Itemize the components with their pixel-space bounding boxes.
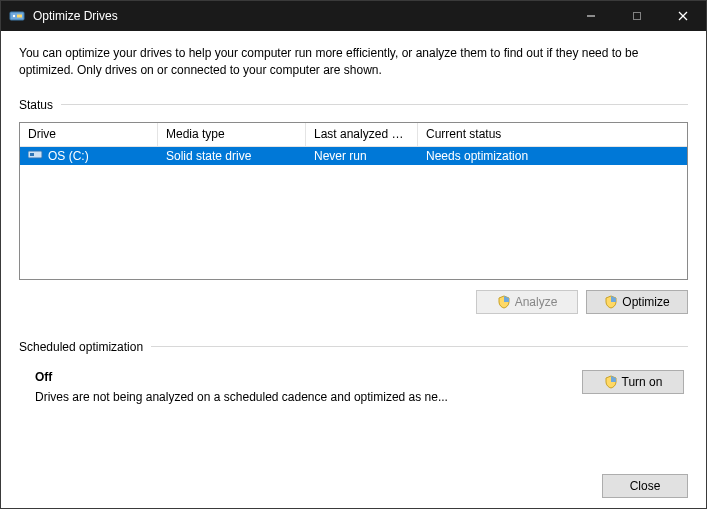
close-window-button[interactable] (660, 1, 706, 31)
footer: Close (19, 466, 688, 498)
shield-icon (497, 295, 511, 309)
window-title: Optimize Drives (33, 9, 118, 23)
content-area: You can optimize your drives to help you… (1, 31, 706, 508)
cell-media: Solid state drive (158, 149, 306, 163)
close-label: Close (630, 479, 661, 493)
app-icon (9, 8, 25, 24)
cell-last: Never run (306, 149, 418, 163)
col-header-status[interactable]: Current status (418, 123, 687, 146)
analyze-label: Analyze (515, 295, 558, 309)
drive-icon (28, 148, 44, 163)
svg-rect-8 (30, 153, 34, 156)
status-rule (61, 104, 688, 105)
cell-drive: OS (C:) (20, 148, 158, 163)
shield-icon (604, 295, 618, 309)
optimize-button[interactable]: Optimize (586, 290, 688, 314)
col-header-media[interactable]: Media type (158, 123, 306, 146)
analyze-button[interactable]: Analyze (476, 290, 578, 314)
status-section-header: Status (19, 98, 688, 112)
svg-rect-4 (634, 13, 641, 20)
scheduled-optimization-section: Scheduled optimization Off Drives are no… (19, 340, 688, 404)
analyze-optimize-row: Analyze Optimize (19, 290, 688, 314)
cell-status: Needs optimization (418, 149, 687, 163)
turn-on-label: Turn on (622, 375, 663, 389)
turn-on-button[interactable]: Turn on (582, 370, 684, 394)
status-label: Status (19, 98, 53, 112)
svg-point-1 (13, 15, 15, 17)
sched-state: Off (35, 370, 448, 384)
optimize-label: Optimize (622, 295, 669, 309)
sched-label: Scheduled optimization (19, 340, 143, 354)
close-button[interactable]: Close (602, 474, 688, 498)
drives-table[interactable]: Drive Media type Last analyzed or o... C… (19, 122, 688, 280)
shield-icon (604, 375, 618, 389)
drive-name: OS (C:) (48, 149, 89, 163)
table-header-row: Drive Media type Last analyzed or o... C… (20, 123, 687, 147)
optimize-drives-window: Optimize Drives You can optimize your dr… (0, 0, 707, 509)
sched-rule (151, 346, 688, 347)
svg-rect-2 (17, 15, 22, 18)
col-header-drive[interactable]: Drive (20, 123, 158, 146)
table-row[interactable]: OS (C:) Solid state drive Never run Need… (20, 147, 687, 165)
titlebar: Optimize Drives (1, 1, 706, 31)
minimize-button[interactable] (568, 1, 614, 31)
sched-body: Off Drives are not being analyzed on a s… (19, 364, 688, 404)
sched-section-header: Scheduled optimization (19, 340, 688, 354)
intro-text: You can optimize your drives to help you… (19, 45, 688, 80)
sched-text: Off Drives are not being analyzed on a s… (35, 370, 448, 404)
col-header-last[interactable]: Last analyzed or o... (306, 123, 418, 146)
table-body: OS (C:) Solid state drive Never run Need… (20, 147, 687, 279)
maximize-button[interactable] (614, 1, 660, 31)
sched-desc: Drives are not being analyzed on a sched… (35, 390, 448, 404)
